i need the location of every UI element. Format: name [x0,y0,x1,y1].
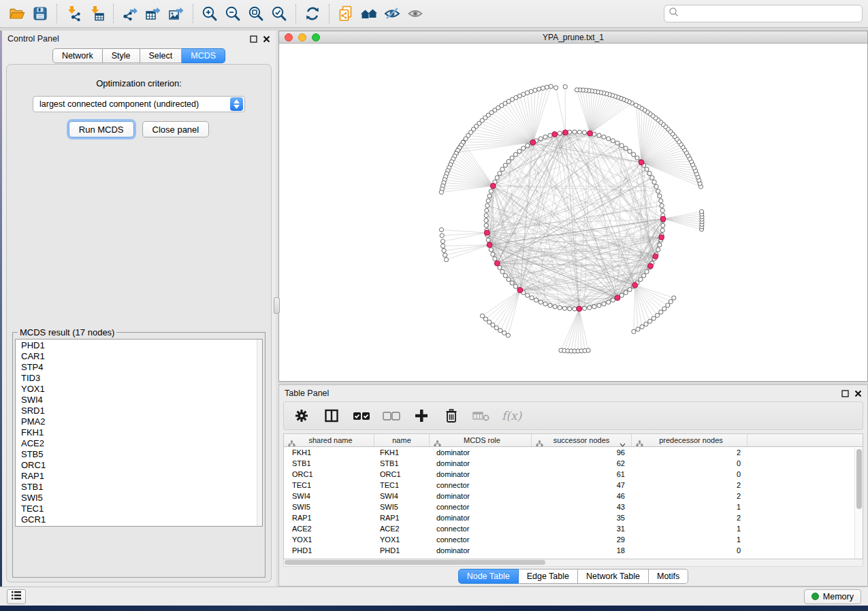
list-item[interactable]: ORC1 [21,460,257,471]
close-panel-icon[interactable] [854,390,862,397]
import-table-button[interactable] [85,3,108,24]
close-panel-icon[interactable] [263,35,270,43]
table-row[interactable]: PHD1PHD1dominator180 [284,545,863,556]
list-item[interactable]: CAR1 [21,351,257,362]
refresh-button[interactable] [301,3,324,24]
scrollbar-thumb[interactable] [285,560,545,565]
list-item[interactable]: SWI5 [21,493,257,503]
memory-button[interactable]: Memory [804,589,861,604]
column-header-shared-name[interactable]: shared name [284,434,374,446]
column-header-MCDS-role[interactable]: MCDS role [430,434,532,446]
float-panel-icon[interactable] [250,35,257,43]
function-builder-button-disabled: f(x) [502,409,521,423]
network-window-titlebar[interactable]: YPA_prune.txt_1 [279,31,867,44]
zoom-fit-button[interactable] [244,3,268,24]
add-column-button[interactable] [412,406,431,425]
network-canvas[interactable] [279,44,867,381]
tab-motifs[interactable]: Motifs [649,569,688,584]
show-columns-button[interactable] [322,406,341,425]
table-row[interactable]: ACE2ACE2connector311 [284,523,863,534]
deselect-all-rows-button[interactable] [382,406,401,425]
list-item[interactable]: SRD1 [21,406,257,416]
zoom-in-button[interactable] [198,3,221,24]
run-mcds-button[interactable]: Run MCDS [69,121,134,137]
list-item[interactable]: TEC1 [21,503,257,514]
tab-style[interactable]: Style [103,48,140,63]
network-graph[interactable] [279,44,867,381]
table-row[interactable]: SWI5SWI5connector431 [284,501,863,512]
tab-edge-table[interactable]: Edge Table [519,569,578,584]
table-row[interactable]: ORC1ORC1dominator610 [284,469,863,480]
column-header-successor-nodes[interactable]: successor nodes [532,434,632,446]
search-input[interactable] [679,9,858,18]
select-all-rows-button[interactable] [352,406,371,425]
close-panel-button[interactable]: Close panel [142,121,210,137]
table-row[interactable]: STB1STB1dominator620 [284,458,863,469]
home-networks-button[interactable] [357,3,381,24]
table-row[interactable]: YOX1YOX1connector291 [284,534,863,545]
clone-network-button[interactable] [334,3,357,24]
cell: YOX1 [374,534,430,545]
table-row[interactable]: TEC1TEC1connector472 [284,480,863,491]
delete-column-button[interactable] [442,406,461,425]
list-item[interactable]: PMA2 [21,416,257,427]
show-all-button[interactable] [404,3,427,24]
horizontal-scrollbar[interactable] [283,559,863,567]
list-item[interactable]: STB1 [21,482,257,493]
main-area: Control Panel NetworkStyleSelectMCDS Opt… [0,28,868,587]
tab-select[interactable]: Select [140,48,182,63]
export-table-button[interactable] [142,3,165,24]
table-row[interactable]: RAP1RAP1dominator352 [284,512,863,523]
vertical-scrollbar[interactable] [854,448,863,559]
cell: 46 [532,491,632,501]
tab-network-table[interactable]: Network Table [578,569,649,584]
table-row[interactable]: SWI4SWI4dominator462 [284,491,863,501]
table-settings-button[interactable] [292,406,311,425]
open-file-button[interactable] [5,3,29,24]
list-scrollbar-track[interactable] [257,340,262,526]
mcds-result-list[interactable]: PHD1CAR1STP4TID3YOX1SWI4SRD1PMA2FKH1ACE2… [15,339,263,527]
list-item[interactable]: TID3 [21,373,257,384]
control-panel-tabs: NetworkStyleSelectMCDS [2,48,276,63]
save-floppy-icon [31,5,49,22]
cell: 1 [632,501,748,512]
list-item[interactable]: RAP1 [21,471,257,482]
cell: 96 [532,447,632,458]
list-item[interactable]: STB5 [21,449,257,460]
column-header-name[interactable]: name [374,434,430,446]
hide-selected-button[interactable] [381,3,404,24]
float-panel-icon[interactable] [841,390,849,397]
eye-icon [406,5,424,22]
zoom-out-button[interactable] [221,3,244,24]
list-item[interactable]: PHD1 [21,340,257,351]
zoom-selected-button[interactable] [268,3,291,24]
node-table: shared namenameMCDS rolesuccessor nodesp… [283,433,863,559]
panel-splitter[interactable] [276,31,278,587]
cell: FKH1 [374,447,430,458]
list-item[interactable]: GCR1 [21,514,257,525]
list-item[interactable]: ACE2 [21,438,257,449]
list-item[interactable]: FKH1 [21,427,257,438]
export-network-button[interactable] [118,3,142,24]
list-item[interactable]: YOX1 [21,384,257,395]
task-history-button[interactable] [7,589,26,604]
export-image-button[interactable] [165,3,188,24]
splitter-handle-icon[interactable] [274,297,280,314]
list-item[interactable]: SWI4 [21,395,257,406]
columns-icon [324,408,339,423]
optimization-criterion-dropdown[interactable]: largest connected component (undirected) [33,96,245,112]
scrollbar-thumb[interactable] [856,449,862,509]
table-row[interactable]: FKH1FKH1dominator962 [284,447,863,458]
import-table-icon [88,5,106,22]
toolbar-separator [193,4,193,23]
save-session-button[interactable] [29,3,52,24]
tab-mcds[interactable]: MCDS [182,48,225,63]
cell: SWI5 [284,501,374,512]
search-field[interactable] [664,5,863,22]
column-header-predecessor-nodes[interactable]: predecessor nodes [632,434,748,446]
list-item[interactable]: STP4 [21,362,257,373]
tab-node-table[interactable]: Node Table [458,569,519,584]
import-network-button[interactable] [62,3,85,24]
cell: connector [430,501,532,512]
tab-network[interactable]: Network [52,48,103,63]
